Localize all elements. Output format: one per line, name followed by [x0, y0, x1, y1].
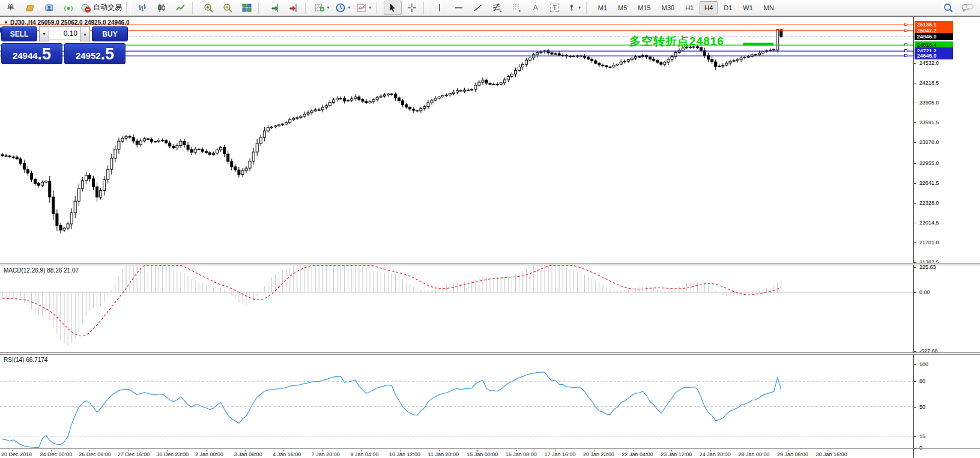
- timeframe-H4[interactable]: H4: [700, 1, 718, 14]
- level-handle[interactable]: [904, 49, 907, 52]
- level-handle[interactable]: [904, 43, 907, 46]
- volume-stepper: ▼ ▲: [39, 26, 90, 41]
- chevron-down-icon: ▼: [326, 5, 330, 10]
- trend-line-button[interactable]: [469, 1, 487, 15]
- time-axis-label: 10 Jan 12:00: [389, 451, 420, 457]
- timeframe-H1[interactable]: H1: [680, 1, 698, 14]
- time-tick-mark: [361, 450, 361, 451]
- timeframe-M15[interactable]: M15: [633, 1, 655, 14]
- time-axis[interactable]: 20 Dec 201824 Dec 00:0026 Dec 08:0027 De…: [0, 450, 913, 458]
- profiles-button[interactable]: [21, 1, 39, 15]
- zoom-in-button[interactable]: [199, 1, 217, 15]
- price-tick-label: 23905.0: [919, 100, 939, 106]
- terminal-button[interactable]: [40, 1, 58, 15]
- chart-shift-icon: [288, 2, 299, 13]
- line-chart-button[interactable]: [172, 1, 190, 15]
- main-chart-canvas[interactable]: [0, 17, 913, 264]
- toolbar-separator: [126, 2, 131, 14]
- sell-button[interactable]: SELL: [1, 26, 37, 41]
- zoom-out-button[interactable]: [219, 1, 237, 15]
- level-handle[interactable]: [904, 29, 907, 32]
- timeframe-D1[interactable]: D1: [719, 1, 737, 14]
- chat-icon[interactable]: [961, 2, 974, 13]
- level-price-tag: 24645.0: [915, 52, 953, 59]
- cursor-button[interactable]: [384, 1, 402, 15]
- autotrading-button[interactable]: 自动交易: [79, 1, 124, 15]
- time-axis-label: 16 Jan 08:00: [506, 451, 537, 457]
- current-price-tag: 24946.0: [915, 33, 953, 40]
- periods-button[interactable]: ▼: [333, 1, 353, 15]
- candle-chart-button[interactable]: [153, 1, 171, 15]
- signals-button[interactable]: [59, 1, 77, 15]
- bar-chart-button[interactable]: [133, 1, 151, 15]
- timeframe-M30[interactable]: M30: [657, 1, 679, 14]
- chevron-down-icon: ▼: [368, 5, 372, 10]
- price-tick-mark: [914, 63, 916, 64]
- time-tick-mark: [516, 450, 517, 451]
- level-handle[interactable]: [904, 23, 907, 26]
- chart-shift-button[interactable]: [285, 1, 303, 15]
- volume-input[interactable]: [49, 26, 80, 40]
- macd-tick-mark: [914, 267, 916, 268]
- time-axis-label: 15 Jan 00:00: [467, 451, 498, 457]
- new-order-button[interactable]: 单: [2, 1, 20, 15]
- sell-price-main: 24944: [13, 50, 38, 62]
- toolbar-separator: [258, 2, 263, 14]
- horizontal-line-button[interactable]: [450, 1, 468, 15]
- fibonacci-button[interactable]: E: [488, 1, 506, 15]
- chevron-down-icon: ▼: [347, 5, 351, 10]
- time-tick-mark: [167, 450, 168, 451]
- candle-chart-icon: [156, 2, 167, 13]
- pane-separator[interactable]: [0, 263, 980, 265]
- timeframe-MN[interactable]: MN: [759, 1, 779, 14]
- time-tick-mark: [51, 450, 52, 451]
- buy-button[interactable]: BUY: [92, 26, 128, 41]
- price-axis[interactable]: 24532.024218.523905.023591.523278.022955…: [913, 17, 980, 458]
- text-label-button[interactable]: T: [546, 1, 564, 15]
- time-tick-mark: [439, 450, 440, 451]
- time-tick-mark: [710, 450, 711, 451]
- time-axis-label: 24 Jan 20:00: [700, 451, 731, 457]
- time-axis-label: 29 Jan 08:00: [777, 451, 808, 457]
- macd-pane-canvas[interactable]: [0, 265, 913, 352]
- arrows-button[interactable]: ▼: [565, 1, 584, 15]
- text-button[interactable]: A: [527, 1, 545, 15]
- time-axis-label: 30 Dec 23:00: [156, 451, 189, 457]
- volume-decrease-button[interactable]: ▼: [39, 26, 49, 41]
- level-handle[interactable]: [904, 54, 907, 57]
- rsi-indicator-label: RSI(14) 66.7174: [4, 357, 47, 363]
- chevron-down-icon: ▼: [578, 5, 582, 10]
- clock-icon: [335, 2, 346, 13]
- rsi-pane-canvas[interactable]: [0, 354, 913, 448]
- rsi-tick-mark: [914, 436, 916, 437]
- chart-window: ▲ DJ30-,H4 25059.0 25062.0 24925.0 24946…: [0, 16, 980, 458]
- timeframe-M5[interactable]: M5: [613, 1, 632, 14]
- rsi-tick-mark: [914, 364, 916, 365]
- tile-windows-icon: [241, 2, 252, 13]
- search-icon[interactable]: [943, 2, 954, 13]
- templates-icon: [356, 2, 367, 13]
- timeframe-W1[interactable]: W1: [738, 1, 758, 14]
- text-icon: A: [533, 4, 538, 12]
- vertical-line-button[interactable]: [431, 1, 449, 15]
- bar-chart-icon: [137, 2, 148, 13]
- sell-price-button[interactable]: 24944.5: [1, 43, 62, 64]
- timeframe-M1[interactable]: M1: [593, 1, 612, 14]
- crosshair-button[interactable]: [403, 1, 421, 15]
- auto-scroll-button[interactable]: [265, 1, 283, 15]
- trade-panel-collapse-icon[interactable]: [0, 27, 4, 33]
- cycle-lines-button[interactable]: F: [507, 1, 525, 15]
- volume-increase-button[interactable]: ▲: [80, 26, 90, 41]
- tile-windows-button[interactable]: [238, 1, 256, 15]
- time-axis-label: 23 Jan 12:00: [661, 451, 692, 457]
- add-indicator-button[interactable]: ▼: [312, 1, 332, 15]
- new-order-label: 单: [7, 2, 14, 13]
- buy-price-button[interactable]: 24952.5: [64, 43, 126, 64]
- turning-point-annotation[interactable]: 多空转折点24816: [629, 34, 724, 49]
- autotrading-icon: [80, 2, 91, 13]
- price-tick-mark: [914, 223, 916, 223]
- rsi-scale-label: 15: [919, 433, 925, 439]
- templates-button[interactable]: ▼: [354, 1, 374, 15]
- pane-separator[interactable]: [0, 352, 980, 355]
- time-tick-mark: [400, 450, 401, 451]
